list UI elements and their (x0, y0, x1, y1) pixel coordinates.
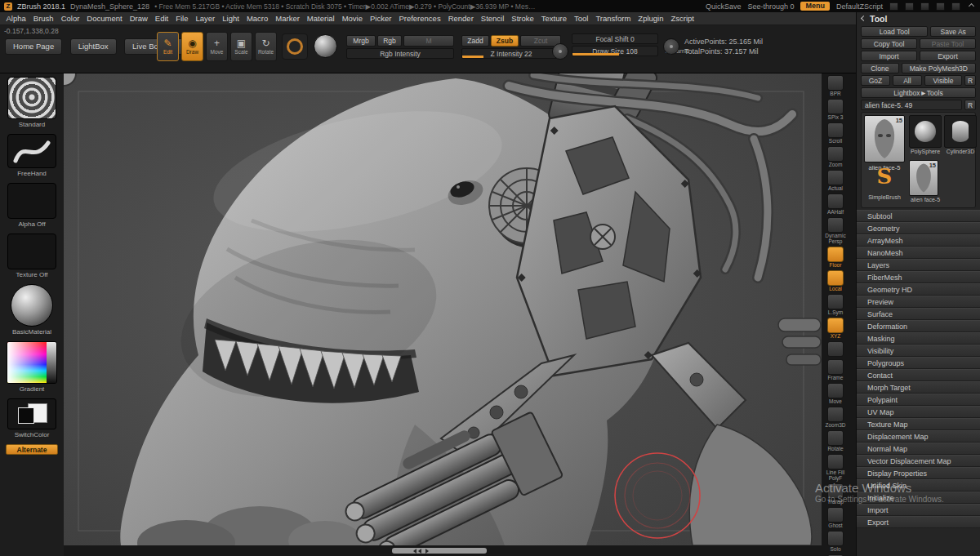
menu-item[interactable]: Edit (151, 12, 172, 25)
recent-tool-thumbnail[interactable]: 15 (909, 160, 938, 196)
current-brush-item[interactable]: Standard (7, 77, 56, 128)
current-stroke-item[interactable]: FreeHand (7, 134, 56, 177)
color-value-bar[interactable] (47, 342, 56, 383)
focal-shift-slider[interactable]: Focal Shift 0 (572, 33, 658, 44)
scroll-left-icon[interactable] (418, 549, 421, 554)
tool-section-row[interactable]: Unified Skin (857, 479, 980, 492)
tool-section-row[interactable]: ArrayMesh (857, 234, 980, 247)
default-zscript-button[interactable]: DefaultZScript (836, 2, 883, 11)
menu-item[interactable]: Macro (243, 12, 271, 25)
load-tool-button[interactable]: Load Tool (861, 26, 928, 37)
collapse-interface-icon[interactable] (969, 3, 974, 9)
z-intensity-slider[interactable]: Z Intensity 22 (461, 48, 561, 59)
scroll-left-icon[interactable] (413, 549, 416, 554)
tool-section-row[interactable]: Subtool (857, 210, 980, 222)
tool-section-row[interactable]: Polygroups (857, 357, 980, 369)
current-material-button[interactable] (314, 34, 337, 58)
tool-section-row[interactable]: Surface (857, 308, 980, 320)
texture-thumbnail[interactable] (7, 234, 56, 269)
clone-button[interactable]: Clone (861, 63, 899, 73)
right-shelf-item[interactable] (824, 341, 847, 357)
current-stroke-button[interactable] (282, 33, 308, 60)
tool-section-row[interactable]: Polypaint (857, 394, 980, 406)
tool-palette-header[interactable]: Tool (857, 11, 980, 25)
move-mode-button[interactable]: + Move (206, 32, 228, 61)
primary-color-swatch[interactable] (18, 407, 34, 424)
scale-mode-button[interactable]: ▣ Scale (230, 32, 252, 61)
right-shelf-item[interactable]: Local (824, 270, 847, 291)
tool-section-row[interactable]: Contact (857, 369, 980, 381)
mrgb-button[interactable]: Mrgb (346, 35, 376, 47)
titlebar-tool-icon[interactable] (936, 2, 945, 11)
menu-item[interactable]: Alpha (2, 12, 29, 25)
switch-color-item[interactable]: SwitchColor (7, 398, 56, 438)
menu-item[interactable]: File (172, 12, 192, 25)
right-shelf-item[interactable]: SPix 3 (824, 99, 847, 120)
zadd-button[interactable]: Zadd (461, 35, 489, 47)
import-button[interactable]: Import (861, 51, 917, 61)
menu-item[interactable]: Texture (537, 12, 570, 25)
goz-all-button[interactable]: All (893, 75, 922, 86)
tool-section-row[interactable]: Export (857, 516, 980, 528)
right-shelf-item[interactable]: Actual (824, 170, 847, 191)
right-shelf-item[interactable]: XYZ (824, 318, 847, 339)
menu-item[interactable]: Stroke (508, 12, 537, 25)
right-shelf-item[interactable]: BPR (824, 75, 847, 96)
tool-r-button[interactable]: R (964, 100, 976, 110)
lightbox-tools-button[interactable]: Lightbox►Tools (861, 87, 976, 98)
quicksave-button[interactable]: QuickSave (706, 2, 742, 11)
tool-section-row[interactable]: Displacement Map (857, 430, 980, 443)
tool-section-row[interactable]: Initialize (857, 492, 980, 504)
polysphere-thumbnail[interactable] (909, 115, 942, 148)
export-button[interactable]: Export (920, 51, 976, 61)
menu-item[interactable]: Transform (592, 12, 635, 25)
menu-item[interactable]: Color (57, 12, 83, 25)
save-as-button[interactable]: Save As (930, 26, 976, 37)
color-picker-item[interactable]: Gradient (7, 341, 57, 393)
material-selector-item[interactable]: BasicMaterial (11, 284, 53, 336)
right-shelf-item[interactable]: Zoom (824, 146, 847, 167)
material-sphere-thumbnail[interactable] (11, 284, 53, 327)
collapse-panel-icon[interactable] (861, 16, 866, 21)
tool-section-row[interactable]: Normal Map (857, 443, 980, 455)
right-shelf-item[interactable]: Rotate (824, 430, 847, 451)
right-shelf-item[interactable]: Solo (824, 531, 847, 552)
copy-tool-button[interactable]: Copy Tool (861, 38, 917, 49)
tool-section-row[interactable]: Masking (857, 332, 980, 345)
titlebar-tool-icon[interactable] (951, 2, 960, 11)
brush-thumbnail[interactable] (7, 77, 56, 119)
right-shelf-item[interactable]: Dynamic Persp (824, 217, 847, 245)
menu-item[interactable]: Stencil (477, 12, 508, 25)
paste-tool-button[interactable]: Paste Tool (920, 38, 976, 49)
rotate-mode-button[interactable]: ↻ Rotate (255, 32, 277, 61)
menu-item[interactable]: Material (303, 12, 338, 25)
right-shelf-item[interactable]: Move (824, 383, 847, 404)
draw-size-slider[interactable]: Draw Size 108 (572, 46, 658, 56)
menu-item[interactable]: Light (219, 12, 243, 25)
menu-toggle-button[interactable]: Menu (800, 2, 830, 11)
see-through-slider[interactable]: See-through 0 (747, 2, 794, 11)
tool-section-row[interactable]: Layers (857, 259, 980, 271)
right-shelf-item[interactable]: Line Fill PolyF (824, 454, 847, 482)
texture-selector-item[interactable]: Texture Off (7, 234, 56, 278)
tool-section-row[interactable]: Texture Map (857, 418, 980, 430)
color-picker[interactable] (7, 341, 57, 384)
document-canvas[interactable] (64, 73, 822, 545)
make-polymesh3d-button[interactable]: Make PolyMesh3D (902, 63, 976, 73)
tool-section-row[interactable]: FiberMesh (857, 271, 980, 283)
menu-item[interactable]: Layer (192, 12, 219, 25)
menu-item[interactable]: Preferences (395, 12, 444, 25)
draw-mode-button[interactable]: ◉ Draw (181, 32, 203, 61)
right-shelf-item[interactable]: Ghost (824, 507, 847, 528)
alpha-thumbnail[interactable] (7, 183, 56, 219)
alpha-selector-item[interactable]: Alpha Off (7, 183, 56, 228)
stroke-thumbnail[interactable] (7, 134, 56, 168)
goz-button[interactable]: GoZ (861, 75, 890, 86)
right-shelf-item[interactable]: Frame (824, 359, 847, 380)
rgb-intensity-slider[interactable]: Rgb Intensity (346, 48, 454, 59)
menu-item[interactable]: Marker (272, 12, 304, 25)
menu-item[interactable]: Zplugin (635, 12, 667, 25)
menu-item[interactable]: Picker (367, 12, 395, 25)
titlebar-tool-icon[interactable] (889, 2, 898, 11)
tool-section-row[interactable]: UV Map (857, 406, 980, 418)
